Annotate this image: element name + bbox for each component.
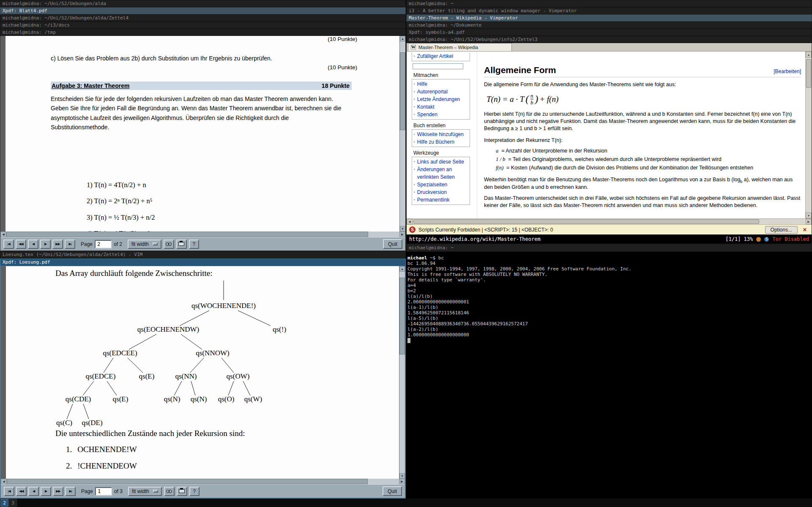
loesung-viewport[interactable]: Das Array durchläuft folgende Zwischensc…	[1, 266, 399, 479]
scroll-right-icon[interactable]: ▶	[399, 232, 405, 237]
quit-button[interactable]: Quit	[383, 486, 402, 496]
noscript-status-icon[interactable]: S	[764, 237, 769, 242]
zoom-dropdown[interactable]: fit width	[128, 240, 161, 249]
scrollbar-thumb[interactable]	[806, 59, 811, 88]
sidebar-item[interactable]: ▪ Änderungen an verlinkten Seiten	[414, 166, 468, 181]
quit-button[interactable]: Quit	[383, 239, 402, 249]
scroll-up-icon[interactable]: ▲	[400, 36, 405, 41]
terminal[interactable]: michael ~$ bc bc 1.06.94Copyright 1991-1…	[406, 252, 812, 499]
zoom-dropdown[interactable]: fit width	[128, 487, 162, 496]
horizontal-scrollbar[interactable]: ◀ ▶	[0, 232, 405, 237]
noscript-options-button[interactable]: Options...	[765, 226, 798, 234]
find-button[interactable]	[164, 487, 175, 496]
window-titlebar[interactable]: michael@midna: ~/i3/docs	[0, 22, 406, 29]
vertical-scrollbar[interactable]: ▲ ▼	[399, 36, 405, 232]
scrollbar-thumb[interactable]	[413, 219, 759, 224]
page-nav-button[interactable]: ◀	[28, 240, 38, 249]
scroll-right-icon[interactable]: ▶	[806, 219, 812, 224]
page-nav-button[interactable]: ▶	[40, 240, 51, 249]
edit-section-link[interactable]: [Bearbeiten]	[774, 68, 801, 75]
page-nav-button[interactable]: ▶▶	[52, 240, 63, 249]
paragraph: Das Master-Theorem unterscheidet sich in…	[484, 195, 801, 209]
scrollbar-track[interactable]	[6, 232, 399, 237]
page-nav-button[interactable]: ◀◀	[16, 487, 27, 496]
horizontal-scrollbar[interactable]: ◀ ▶	[1, 479, 405, 484]
scrollbar-track[interactable]	[413, 219, 806, 224]
tree-node-label: qs(NNOW)	[196, 349, 229, 357]
sidebar-item[interactable]: ▪ Links auf diese Seite	[414, 158, 468, 166]
scrollbar-track[interactable]	[399, 272, 405, 473]
find-button[interactable]	[164, 240, 174, 249]
sidebar-item[interactable]: ▪ Autorenportal	[414, 88, 468, 95]
page-nav-button[interactable]: |◀	[4, 487, 14, 496]
scrollbar-track[interactable]	[7, 479, 399, 484]
tree-node-label: qs(NN)	[175, 372, 197, 380]
vim-titlebar[interactable]: Loesung.tex (~/Uni/S2/Uebungen/alda/Zett…	[0, 251, 406, 259]
scroll-left-icon[interactable]: ◀	[407, 219, 413, 224]
formula-line: 3) T(n) = ½ T(n/3) + n/2	[87, 210, 156, 226]
window-titlebar[interactable]: michael@midna: /tmp	[0, 29, 406, 36]
blatt4-viewport[interactable]: (10 Punkte) c) Lösen Sie das Problem aus…	[0, 36, 399, 232]
close-icon[interactable]: ✕	[801, 227, 809, 233]
scrollbar-thumb[interactable]	[399, 278, 405, 354]
print-button[interactable]	[177, 487, 187, 496]
print-button[interactable]	[176, 240, 187, 249]
page-nav-button[interactable]: ▶▶	[53, 487, 63, 496]
scroll-right-icon[interactable]: ▶	[399, 479, 405, 484]
sidebar-item[interactable]: ▪ Druckversion	[414, 188, 468, 196]
sidebar-item[interactable]: ▪ Letzte Änderungen	[414, 95, 468, 103]
tab-master-theorem[interactable]: W Master-Theorem – Wikipedia	[408, 43, 512, 51]
scroll-down-icon[interactable]: ▼	[399, 473, 405, 479]
browser-vertical-scrollbar[interactable]: ▲ ▼	[805, 52, 812, 218]
vertical-scrollbar[interactable]: ▲ ▼	[399, 266, 405, 479]
sidebar-item-zufaelliger-artikel[interactable]: ▪ Zufälliger Artikel	[414, 52, 468, 60]
workspace-button[interactable]: 2	[0, 499, 8, 507]
page-number-input[interactable]	[95, 240, 112, 248]
window-titlebar[interactable]: Xpdf: symbols-a4.pdf	[406, 29, 812, 36]
formula-line: 1) T(n) = 4T(n/2) + n	[87, 177, 156, 194]
page-nav-button[interactable]: ▶	[41, 487, 51, 496]
sidebar-item[interactable]: ▪ Hilfe	[414, 80, 468, 88]
scroll-up-icon[interactable]: ▲	[806, 52, 812, 57]
scrollbar-thumb[interactable]	[7, 479, 368, 484]
sidebar-item[interactable]: ▪ Wikiseite hinzufügen	[414, 131, 468, 138]
xpdf-loesung-titlebar[interactable]: Xpdf: Loesung.pdf	[0, 259, 406, 266]
browser-horizontal-scrollbar[interactable]: ◀ ▶	[407, 218, 812, 224]
sidebar-item[interactable]: ▪ Spenden	[414, 111, 468, 118]
terminal-titlebar[interactable]: michael@midna: ~	[406, 244, 812, 252]
window-titlebar[interactable]: michael@midna: ~/Uni/S2/Uebungen/alda	[0, 0, 406, 7]
proxy-status-icon[interactable]	[756, 237, 761, 242]
window-titlebar[interactable]: i3 - A better tiling and dynamic window …	[406, 7, 812, 14]
window-titlebar[interactable]: Xpdf: Blatt4.pdf	[0, 7, 406, 14]
window-titlebar[interactable]: Master-Theorem - Wikipedia - Vimperator	[406, 14, 812, 22]
page-nav-button[interactable]: ▶|	[65, 240, 75, 249]
scroll-down-icon[interactable]: ▼	[806, 213, 812, 218]
terminal-cursor-line	[407, 338, 812, 343]
page-nav-button[interactable]: |◀	[3, 240, 14, 249]
workspace-button[interactable]: 3	[9, 499, 17, 507]
page-nav-button[interactable]: ◀	[28, 487, 39, 496]
scroll-left-icon[interactable]: ◀	[1, 479, 7, 484]
page-number-input[interactable]	[95, 487, 112, 496]
about-button[interactable]: ?	[189, 487, 200, 496]
sidebar-item[interactable]: ▪ Kontakt	[414, 103, 468, 111]
sidebar-item[interactable]: ▪ Hilfe zu Büchern	[414, 138, 468, 146]
window-titlebar[interactable]: michael@midna: ~/Dokumente	[406, 22, 812, 29]
search-input[interactable]	[413, 63, 463, 69]
scrollbar-track[interactable]	[400, 41, 405, 226]
window-titlebar[interactable]: michael@midna: ~/Uni/S2/Uebungen/alda/Ze…	[0, 14, 406, 22]
about-button[interactable]: ?	[189, 240, 199, 249]
sidebar-item[interactable]: ▪ Permanentlink	[414, 196, 468, 204]
scrollbar-thumb[interactable]	[6, 232, 368, 237]
scroll-left-icon[interactable]: ◀	[0, 232, 6, 237]
scroll-down-icon[interactable]: ▼	[400, 226, 405, 232]
tree-node-label: qs(N)	[164, 395, 180, 403]
page-nav-button[interactable]: ▶|	[65, 487, 76, 496]
scroll-up-icon[interactable]: ▲	[399, 266, 405, 272]
scrollbar-thumb[interactable]	[400, 52, 405, 130]
sidebar-item[interactable]: ▪ Spezialseiten	[414, 181, 468, 188]
window-titlebar[interactable]: michael@midna: ~/Uni/S2/Uebungen/info2/Z…	[406, 36, 812, 43]
scrollbar-track[interactable]	[806, 57, 812, 213]
page-nav-button[interactable]: ◀◀	[16, 240, 26, 249]
window-titlebar[interactable]: michael@midna: ~	[406, 0, 812, 7]
